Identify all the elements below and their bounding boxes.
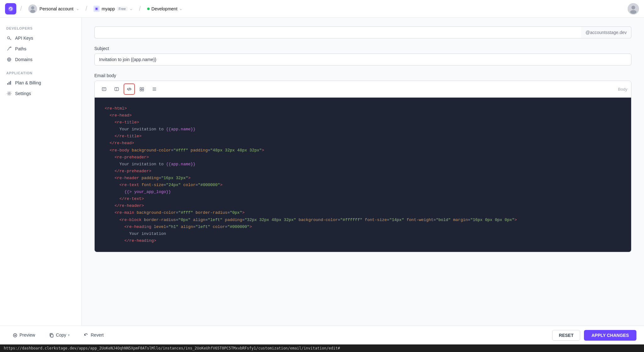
apply-changes-button[interactable]: APPLY CHANGES: [584, 330, 636, 341]
preview-button[interactable]: Preview: [8, 330, 40, 340]
svg-rect-18: [142, 88, 144, 89]
settings-icon: [6, 91, 12, 96]
toolbar-block-btn[interactable]: [136, 83, 147, 95]
topbar-right: [628, 3, 639, 14]
revert-label: Revert: [91, 332, 103, 338]
account-name: Personal account: [40, 6, 74, 11]
settings-label: Settings: [15, 91, 31, 96]
env-chevron-icon: ⌄: [179, 7, 182, 11]
sidebar-item-domains[interactable]: Domains: [0, 54, 81, 65]
email-to-input[interactable]: [94, 26, 581, 38]
svg-rect-13: [10, 81, 11, 85]
api-keys-label: API Keys: [15, 36, 33, 41]
copy-dropdown-icon: ▾: [68, 333, 70, 337]
main-layout: DEVELOPERS API Keys Paths: [0, 18, 644, 326]
email-body-label: Email body: [94, 73, 631, 78]
svg-rect-23: [51, 334, 53, 337]
bottom-right-actions: RESET APPLY CHANGES: [552, 330, 636, 341]
paths-label: Paths: [15, 46, 26, 51]
sidebar: DEVELOPERS API Keys Paths: [0, 18, 82, 326]
subject-input[interactable]: [94, 54, 631, 65]
email-to-row: @accountsstage.dev: [94, 26, 631, 38]
svg-point-6: [631, 6, 635, 9]
svg-rect-17: [140, 88, 142, 89]
svg-rect-20: [142, 89, 144, 91]
subject-label: Subject: [94, 46, 631, 51]
toolbar-code-btn[interactable]: [124, 83, 135, 95]
svg-rect-12: [9, 82, 10, 85]
user-avatar[interactable]: [628, 3, 639, 14]
svg-rect-4: [96, 8, 97, 10]
svg-rect-15: [102, 88, 106, 91]
separator-3: /: [139, 5, 141, 12]
sidebar-item-paths[interactable]: Paths: [0, 43, 81, 54]
subject-section: Subject: [94, 46, 631, 65]
topbar: / Personal account ⌄ / myapp Free ⌄ / De…: [0, 0, 644, 18]
email-body-section: Email body: [94, 73, 631, 252]
app-plan-badge: Free: [117, 7, 128, 11]
app-name: myapp: [102, 6, 115, 11]
key-icon: [6, 35, 12, 41]
account-chevron-icon: ⌄: [76, 7, 79, 11]
copy-icon: [49, 332, 54, 338]
revert-button[interactable]: Revert: [79, 330, 108, 340]
sidebar-item-settings[interactable]: Settings: [0, 88, 81, 99]
domains-label: Domains: [15, 57, 32, 62]
svg-point-2: [30, 10, 35, 13]
bar-chart-icon: [6, 80, 12, 86]
toolbar-split-btn[interactable]: [111, 83, 122, 95]
content-area: @accountsstage.dev Subject Email body: [82, 18, 644, 326]
globe-icon: [6, 57, 12, 62]
app-selector[interactable]: myapp Free ⌄: [91, 4, 135, 13]
code-editor[interactable]: <re-html> <re-head> <re-title> Your invi…: [95, 98, 631, 252]
svg-rect-11: [7, 83, 8, 85]
reset-button[interactable]: RESET: [552, 330, 580, 341]
status-bar: https://dashboard.clerkstage.dev/apps/ap…: [0, 344, 644, 352]
svg-point-14: [8, 93, 10, 94]
toolbar-body-label: Body: [618, 87, 627, 92]
svg-point-7: [630, 10, 636, 14]
path-icon: [6, 46, 12, 52]
env-selector[interactable]: Development ⌄: [145, 5, 185, 13]
svg-point-22: [14, 335, 16, 336]
account-avatar: [28, 4, 37, 13]
copy-label: Copy: [56, 332, 66, 338]
separator-2: /: [86, 5, 87, 12]
plan-billing-label: Plan & Billing: [15, 80, 41, 85]
toolbar-columns-btn[interactable]: [149, 83, 160, 95]
editor-toolbar: Body: [95, 81, 631, 98]
bottom-bar: Preview Copy ▾ Revert RESET APPLY CHANGE…: [0, 326, 644, 344]
app-chevron-icon: ⌄: [130, 7, 133, 11]
preview-icon: [13, 332, 18, 338]
sidebar-section-developers: DEVELOPERS: [0, 26, 81, 33]
email-to-section: @accountsstage.dev: [94, 26, 631, 38]
email-domain-suffix: @accountsstage.dev: [581, 26, 631, 38]
editor-container: Body <re-html> <re-head> <re-title> Your…: [94, 81, 631, 252]
sidebar-item-api-keys[interactable]: API Keys: [0, 33, 81, 43]
copy-button[interactable]: Copy ▾: [44, 330, 75, 340]
status-url: https://dashboard.clerkstage.dev/apps/ap…: [4, 346, 340, 350]
env-status-dot: [147, 8, 150, 10]
svg-point-0: [8, 6, 13, 11]
env-name: Development: [152, 6, 178, 11]
app-icon: [93, 6, 100, 12]
app-logo: [5, 3, 16, 14]
svg-rect-19: [140, 89, 142, 91]
preview-label: Preview: [19, 332, 35, 338]
separator-1: /: [20, 5, 22, 12]
sidebar-section-application: APPLICATION: [0, 71, 81, 77]
revert-icon: [84, 332, 89, 338]
sidebar-item-plan-billing[interactable]: Plan & Billing: [0, 77, 81, 88]
account-selector[interactable]: Personal account ⌄: [26, 3, 82, 14]
svg-point-1: [31, 6, 34, 9]
toolbar-preview-btn[interactable]: [98, 83, 110, 95]
